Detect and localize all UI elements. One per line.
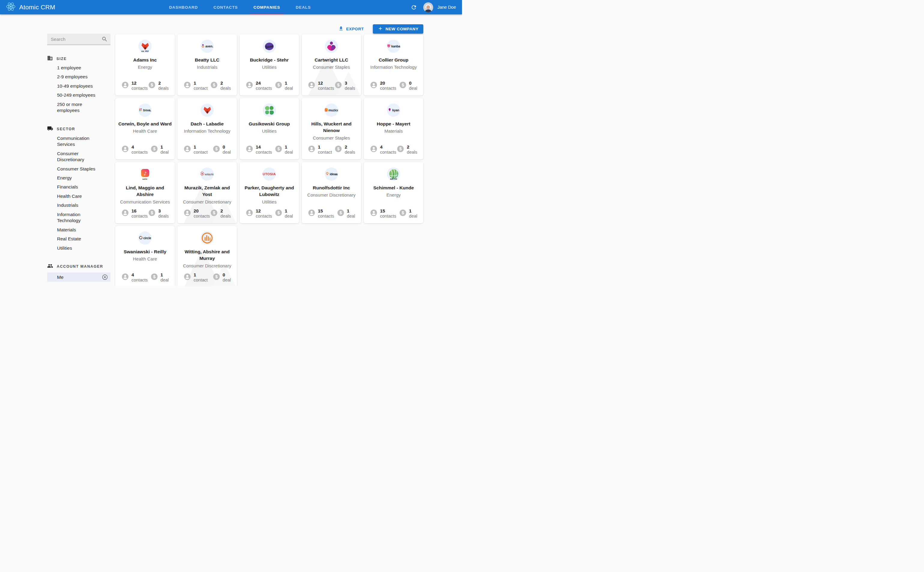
contacts-label: contacts	[256, 214, 272, 219]
company-name: Runolfsdottir Inc	[305, 185, 358, 191]
company-logo: ♪muzica	[325, 104, 338, 117]
company-sector: Utilities	[240, 199, 299, 204]
svg-text:$: $	[153, 146, 156, 151]
deals-label: deal	[160, 278, 169, 283]
company-sector: Consumer Discretionary	[302, 192, 361, 197]
company-card[interactable]: ARTH Schimmel - Kunde Energy 15 contacts	[364, 162, 423, 223]
filter-item[interactable]: 2-9 employees	[57, 72, 100, 81]
contacts-stat: 1 contact	[184, 272, 208, 283]
company-card[interactable]: aven. Beatty LLC Industrials 1 contact	[177, 34, 237, 95]
filter-item[interactable]: 1 employee	[57, 63, 100, 72]
company-stats: 14 contacts $ 1 deal	[240, 145, 299, 155]
new-company-button[interactable]: NEW COMPANY	[373, 24, 423, 34]
company-name: Cartwright LLC	[305, 57, 358, 63]
contacts-stat: 4 contacts	[370, 145, 396, 155]
svg-text:$: $	[402, 82, 404, 87]
company-card[interactable]: solaytic Murazik, Zemlak and Yost Consum…	[177, 162, 237, 223]
filter-item[interactable]: Utilities	[57, 244, 100, 253]
company-card[interactable]: kyan Hoppe - Mayert Materials 4 contacts	[364, 98, 423, 159]
company-logo	[263, 104, 276, 117]
logo-caption: ARTH	[387, 178, 400, 180]
deals-stat: $ 2 deals	[334, 145, 355, 155]
company-stats: 12 contacts $ 1 deal	[240, 208, 299, 219]
svg-text:$: $	[402, 210, 404, 215]
filter-item[interactable]: 50-249 employees	[57, 91, 100, 99]
selected-filter-row[interactable]: Me	[47, 272, 110, 282]
company-name: Dach - Labadie	[180, 121, 234, 127]
company-card[interactable]: treva. Corwin, Boyle and Ward Health Car…	[115, 98, 175, 159]
deals-count: 2	[220, 81, 231, 86]
nav-tab-dashboard[interactable]: DASHBOARD	[165, 0, 201, 14]
contacts-label: contact	[194, 86, 208, 91]
deals-stat: $ 0 deal	[213, 272, 231, 283]
company-logo: fossa	[263, 40, 276, 53]
cancel-icon[interactable]	[102, 274, 108, 280]
building-icon	[47, 55, 53, 62]
person-icon	[121, 209, 129, 218]
refresh-icon[interactable]	[409, 2, 419, 12]
nav-tab-deals[interactable]: DEALS	[292, 0, 314, 14]
filter-item[interactable]: Industrials	[57, 201, 100, 210]
user-avatar[interactable]	[423, 2, 433, 12]
filter-item[interactable]: 10-49 employees	[57, 82, 100, 91]
company-name: Murazik, Zemlak and Yost	[180, 185, 234, 198]
deals-count: 1	[160, 145, 169, 150]
company-name: Hills, Wuckert and Nienow	[305, 121, 358, 134]
company-card[interactable]: fossa Buckridge - Stehr Utilities 24 con…	[240, 34, 299, 95]
filter-item[interactable]: Information Technology	[57, 210, 100, 225]
filter-item[interactable]: Consumer Discretionary	[57, 149, 100, 165]
dollar-icon: $	[334, 145, 342, 154]
person-icon	[308, 81, 316, 90]
filter-item[interactable]: Consumer Staples	[57, 165, 100, 174]
company-stats: 12 contacts $ 2 deals	[115, 81, 175, 91]
company-card[interactable]: UTOSIA Parker, Daugherty and Lubowitz Ut…	[240, 162, 299, 223]
company-sector: Consumer Staples	[302, 135, 361, 140]
company-logo: circle	[138, 232, 152, 245]
filter-item[interactable]: Real Estate	[57, 235, 100, 243]
company-card[interactable]: ox HU Adams Inc Energy 12 contacts	[115, 34, 175, 95]
deals-stat: $ 1 deal	[399, 208, 417, 219]
deals-label: deal	[285, 214, 293, 219]
company-card[interactable]: kanba Collier Group Information Technolo…	[364, 34, 423, 95]
contacts-label: contacts	[318, 86, 334, 91]
company-logo: UTOSIA	[263, 168, 276, 181]
company-name: Corwin, Boyle and Ward	[118, 121, 172, 127]
company-card[interactable]: ideaa Runolfsdottir Inc Consumer Discret…	[302, 162, 361, 223]
svg-text:$: $	[215, 146, 218, 151]
company-card[interactable]: Dach - Labadie Information Technology 1 …	[177, 98, 237, 159]
company-name: Adams Inc	[118, 57, 172, 63]
company-card[interactable]: ♪muzica Hills, Wuckert and Nienow Consum…	[302, 98, 361, 159]
filter-item[interactable]: Energy	[57, 174, 100, 182]
filter-item[interactable]: Materials	[57, 225, 100, 235]
filter-item[interactable]: Communication Services	[57, 134, 100, 149]
company-card[interactable]: Gusikowski Group Utilities 14 contacts	[240, 98, 299, 159]
truck-icon	[47, 126, 53, 133]
filter-item[interactable]: Health Care	[57, 192, 100, 201]
filter-item[interactable]: Financials	[57, 182, 100, 191]
company-name: Parker, Daugherty and Lubowitz	[243, 185, 296, 198]
deals-count: 1	[409, 208, 417, 214]
deals-count: 1	[160, 272, 169, 278]
search-input[interactable]	[47, 34, 110, 45]
dollar-icon: $	[210, 209, 218, 218]
company-card[interactable]: Cartwright LLC Consumer Staples 12 conta…	[302, 34, 361, 95]
deals-label: deal	[409, 214, 417, 219]
company-card[interactable]: ♪uzic Lind, Maggio and Abshire Communica…	[115, 162, 175, 223]
company-stats: 15 contacts $ 1 deal	[302, 208, 361, 219]
export-button[interactable]: EXPORT	[336, 24, 366, 34]
deals-label: deals	[220, 86, 231, 91]
deals-count: 2	[220, 208, 231, 214]
filter-item[interactable]: 250 or more employees	[57, 100, 100, 115]
svg-text:$: $	[151, 210, 153, 215]
company-card[interactable]: circle Swaniawski - Reilly Health Care 4…	[115, 226, 175, 286]
nav-tab-contacts[interactable]: CONTACTS	[210, 0, 241, 14]
company-card[interactable]: Witting, Abshire and Murray Consumer Dis…	[177, 226, 237, 286]
nav-tab-companies[interactable]: COMPANIES	[250, 0, 284, 14]
dollar-icon: $	[148, 81, 156, 90]
logo-mark	[139, 107, 142, 113]
dollar-icon: $	[213, 145, 220, 154]
deals-stat: $ 1 deal	[275, 145, 293, 155]
contacts-stat: 12 contacts	[246, 208, 272, 219]
appbar-right: Jane Doe	[409, 2, 456, 12]
filter-section-header: SECTOR	[47, 126, 110, 133]
